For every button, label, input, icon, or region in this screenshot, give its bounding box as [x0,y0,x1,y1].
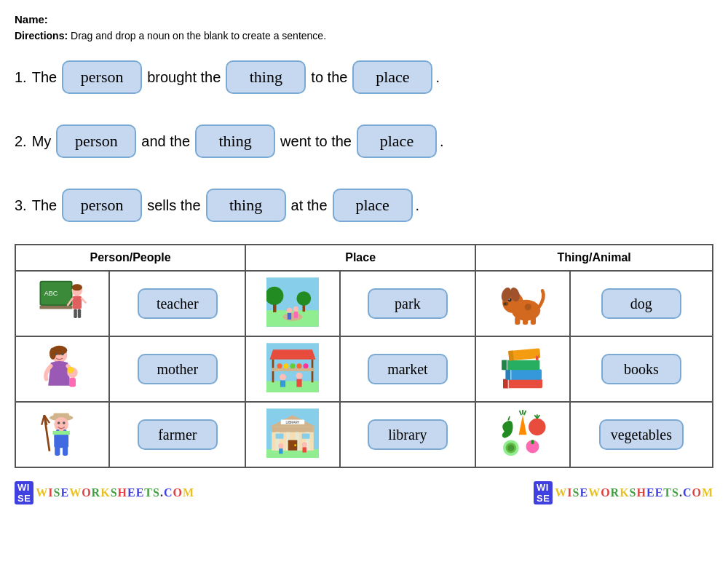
vegetables-label-cell[interactable]: vegetables [570,402,713,467]
svg-point-49 [283,363,288,368]
thing-box-2[interactable]: thing [195,124,275,158]
svg-point-38 [67,367,74,373]
svg-rect-77 [52,431,69,435]
person-box-3[interactable]: person [62,189,142,222]
library-illustration: LIBRARY [266,408,319,458]
table-row-2: mother [15,336,713,402]
svg-rect-79 [63,446,68,456]
svg-point-27 [504,303,506,305]
vegetables-illustration [496,408,549,458]
person-box-2[interactable]: person [56,124,136,158]
mother-img-cell [15,336,109,402]
market-noun-box[interactable]: market [368,354,448,384]
svg-point-48 [277,363,282,368]
svg-rect-78 [55,446,60,456]
svg-rect-56 [296,379,301,387]
svg-rect-21 [294,312,298,318]
mother-illustration [36,343,89,392]
svg-rect-95 [301,433,309,438]
svg-rect-94 [275,433,283,438]
table-row-1: ABC teacher [15,271,713,336]
sentence-3: 3. The person sells the thing at the pla… [15,180,713,231]
svg-point-18 [287,308,292,313]
directions-label: Directions: [15,30,68,41]
dog-img-cell [475,271,569,336]
thing-box-3[interactable]: thing [206,189,286,222]
farmer-noun-box[interactable]: farmer [138,419,218,450]
library-noun-box[interactable]: library [368,419,448,450]
svg-rect-87 [272,427,314,432]
svg-point-33 [525,304,531,310]
svg-rect-57 [503,379,542,389]
farmer-label-cell[interactable]: farmer [109,402,245,467]
svg-rect-54 [280,381,285,387]
market-label-cell[interactable]: market [340,336,476,402]
library-img-cell: LIBRARY [245,402,339,467]
svg-point-20 [293,306,298,312]
thing-box-1[interactable]: thing [226,60,306,94]
svg-point-17 [282,313,302,321]
svg-marker-103 [519,415,527,435]
mother-label-cell[interactable]: mother [109,336,245,402]
svg-line-104 [519,411,521,415]
footer-left-logo-box: WISE [15,481,33,504]
svg-rect-43 [266,381,319,392]
mother-noun-box[interactable]: mother [138,354,218,384]
vegetables-noun-box[interactable]: vegetables [599,419,684,450]
books-label-cell[interactable]: books [570,336,713,402]
vegetables-img-cell [475,402,569,467]
svg-point-73 [63,422,66,424]
sentence-2-word-1: My [32,133,52,150]
place-box-2[interactable]: place [357,124,437,158]
books-img-cell [475,336,569,402]
svg-line-106 [524,411,526,415]
sentence-1-word-2: brought the [147,69,221,86]
person-box-1[interactable]: person [62,60,142,94]
footer-right: WISE WISEWORKSHEETS.COM [534,481,713,504]
place-box-1[interactable]: place [352,60,432,94]
directions-line: Directions: Drag and drop a noun on the … [15,30,713,41]
name-label: Name: [15,13,713,25]
sentence-2-word-2: and the [141,133,190,150]
svg-line-7 [82,298,85,302]
svg-point-72 [58,422,60,424]
teacher-label-cell[interactable]: teacher [109,271,245,336]
col-header-place: Place [245,245,475,271]
teacher-illustration: ABC [36,277,89,327]
sentence-3-word-2: sells the [147,197,200,214]
park-noun-box[interactable]: park [368,288,448,319]
svg-point-10 [71,284,82,290]
svg-rect-8 [74,309,77,318]
svg-rect-58 [503,379,508,389]
dog-noun-box[interactable]: dog [601,288,681,319]
books-noun-box[interactable]: books [601,354,681,384]
market-img-cell [245,336,339,402]
park-label-cell[interactable]: park [340,271,476,336]
footer: WISE WISEWORKSHEETS.COM WISE WISEWORKSHE… [15,478,713,507]
footer-right-text: WISEWORKSHEETS.COM [555,486,713,499]
park-img-cell [245,271,339,336]
market-illustration [266,343,319,392]
park-illustration [266,277,319,327]
svg-rect-9 [77,309,81,318]
library-label-cell[interactable]: library [340,402,476,467]
svg-text:LIBRARY: LIBRARY [285,421,299,424]
dog-label-cell[interactable]: dog [570,271,713,336]
sentence-1-number: 1. [15,69,27,86]
col-header-person: Person/People [15,245,245,271]
svg-rect-64 [502,360,507,371]
place-box-3[interactable]: place [333,189,413,222]
dog-illustration [496,277,549,327]
farmer-img-cell [15,402,109,467]
svg-rect-61 [506,369,511,379]
teacher-noun-box[interactable]: teacher [138,288,218,319]
sentence-3-word-3: at the [291,197,328,214]
sentence-1-word-1: The [32,69,57,86]
svg-point-93 [294,444,296,446]
svg-point-53 [280,374,286,381]
sentence-3-word-1: The [32,197,57,214]
teacher-img-cell: ABC [15,271,109,336]
svg-point-101 [301,442,306,447]
sentence-3-number: 3. [15,197,27,214]
svg-point-71 [54,417,68,432]
